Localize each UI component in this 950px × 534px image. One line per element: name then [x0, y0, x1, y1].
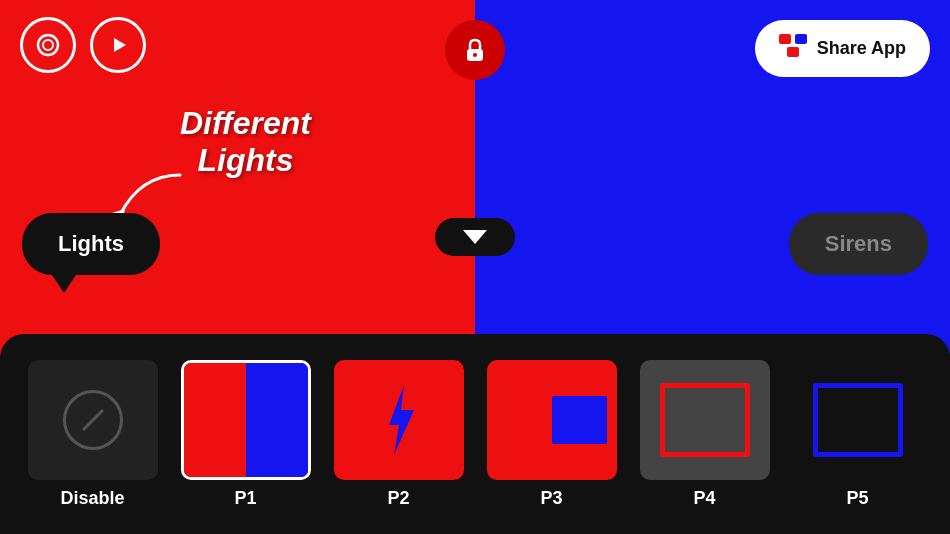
svg-marker-11: [389, 385, 414, 455]
p5-border: [813, 383, 903, 457]
p3-blue-block: [552, 396, 607, 444]
preset-p2-label: P2: [387, 488, 409, 509]
preset-p2[interactable]: P2: [330, 360, 467, 509]
share-app-label: Share App: [817, 38, 906, 59]
svg-marker-9: [463, 230, 487, 244]
preset-p1-thumb: [181, 360, 311, 480]
p4-border: [660, 383, 750, 457]
p3-red-overlap: [495, 402, 535, 438]
svg-rect-7: [787, 47, 799, 57]
preset-p4-thumb: [640, 360, 770, 480]
svg-marker-2: [114, 38, 126, 52]
p1-right: [246, 363, 308, 477]
share-app-button[interactable]: Share App: [755, 20, 930, 77]
preset-p1-label: P1: [234, 488, 256, 509]
svg-line-10: [83, 410, 103, 430]
preset-disable[interactable]: Disable: [24, 360, 161, 509]
preset-p4-label: P4: [693, 488, 715, 509]
preset-disable-thumb: [28, 360, 158, 480]
preset-p3-label: P3: [540, 488, 562, 509]
svg-point-0: [38, 35, 58, 55]
svg-point-4: [473, 53, 477, 57]
preset-p5-label: P5: [846, 488, 868, 509]
preset-p2-thumb: [334, 360, 464, 480]
svg-rect-6: [795, 34, 807, 44]
preset-p1[interactable]: P1: [177, 360, 314, 509]
preset-disable-label: Disable: [60, 488, 124, 509]
disable-icon: [63, 390, 123, 450]
bottom-panel: Disable P1 P2 P3 P4: [0, 334, 950, 534]
play-button[interactable]: [90, 17, 146, 73]
dropdown-button[interactable]: [435, 218, 515, 256]
svg-point-1: [43, 40, 53, 50]
preset-p5[interactable]: P5: [789, 360, 926, 509]
record-button[interactable]: [20, 17, 76, 73]
svg-rect-5: [779, 34, 791, 44]
lights-button[interactable]: Lights: [22, 213, 160, 275]
share-icon: [779, 34, 807, 63]
preset-p3-thumb: [487, 360, 617, 480]
sirens-button[interactable]: Sirens: [789, 213, 928, 275]
preset-p3[interactable]: P3: [483, 360, 620, 509]
preset-p4[interactable]: P4: [636, 360, 773, 509]
preset-p5-thumb: [793, 360, 923, 480]
p1-pattern: [184, 363, 308, 477]
p2-pattern: [369, 380, 429, 460]
lock-button[interactable]: [445, 20, 505, 80]
p1-left: [184, 363, 246, 477]
